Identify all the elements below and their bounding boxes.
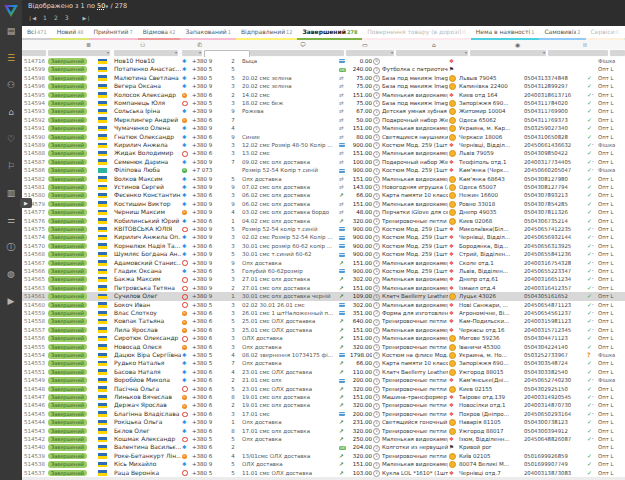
product-name[interactable]: Тренировочные петли TRX Train... bbox=[382, 410, 448, 418]
product-name[interactable]: Колготки из нервущейся ткани ... bbox=[382, 443, 448, 451]
order-row[interactable]: 514589ЗавершенийКирилич Анжела✱+380 9312… bbox=[22, 141, 625, 149]
tab-повернення-товару-в-дорозі-[interactable]: Повернення товару (в дорозі)0 bbox=[362, 26, 470, 40]
product-name[interactable]: Костюм Мод. 259 (1шт. х 900.00... bbox=[382, 267, 448, 275]
customer-name[interactable]: Гладик Оксана bbox=[114, 267, 181, 275]
customer-name[interactable]: Потапенко Анастас... bbox=[114, 65, 181, 73]
filter-cell[interactable] bbox=[548, 50, 608, 56]
tracking-number[interactable] bbox=[524, 443, 586, 451]
filter-cell[interactable]: ▾ bbox=[182, 50, 202, 56]
product-name[interactable] bbox=[382, 57, 448, 65]
tab-завершений[interactable]: Завершений278 bbox=[297, 26, 362, 40]
order-row[interactable]: 514558ЗавершенийКовпак Татьянаlc+380 652… bbox=[22, 317, 625, 325]
tracking-number[interactable]: 0504312899297 bbox=[524, 82, 586, 90]
product-name[interactable]: Клатч Baellerry Leather *1487 (1... bbox=[382, 368, 448, 376]
product-name[interactable]: Маленькая видеокамера SQ8 *... bbox=[382, 284, 448, 292]
customer-name[interactable]: Роке-Бетанкурт Лін... bbox=[114, 452, 181, 460]
tracking-number[interactable]: 20400314870730 bbox=[524, 401, 586, 409]
customer-name[interactable]: Благінна Владіслава bbox=[114, 410, 181, 418]
product-name[interactable]: Детская умная зубная щетка на... bbox=[382, 107, 448, 115]
tab-відправлений[interactable]: Відправлений12 bbox=[236, 26, 298, 40]
customer-name[interactable]: Бєлов Олег bbox=[114, 427, 181, 435]
tracking-number[interactable]: 0504306735214 bbox=[524, 217, 586, 225]
tracking-number[interactable]: 0504304471123 bbox=[524, 334, 586, 342]
customer-name[interactable]: Рудько Наталья bbox=[114, 359, 181, 367]
tracking-number[interactable]: 20400316651234 bbox=[524, 275, 586, 283]
product-name[interactable]: Тренировочные петли TRX Train... bbox=[382, 385, 448, 393]
order-row[interactable]: 514539ЗавершенийРоке-Бетанкурт Лін...lc+… bbox=[22, 452, 625, 460]
tracking-number[interactable]: 0504313374848 bbox=[524, 74, 586, 82]
customer-name[interactable]: Петровська Тетяна bbox=[114, 284, 181, 292]
tab-нема-в-наявності[interactable]: Нема в наявності1 bbox=[471, 26, 540, 40]
customer-name[interactable]: Вегера Оксана bbox=[114, 82, 181, 90]
app-logo-icon[interactable] bbox=[3, 4, 19, 18]
order-row[interactable]: 514557ЗавершенийЛила Ярославlc+380 6325.… bbox=[22, 326, 625, 334]
filter-cell[interactable]: ▾ bbox=[396, 50, 468, 56]
customer-name[interactable]: Адамовский Станис... bbox=[114, 259, 181, 267]
page-number[interactable]: 2 bbox=[54, 14, 58, 21]
broadcast-icon[interactable]: ⚐ bbox=[0, 161, 22, 171]
page-number[interactable]: 1 bbox=[43, 14, 47, 21]
product-name[interactable]: Костюм Мод. 259 (1шт. х 900.00... bbox=[382, 242, 448, 250]
customer-name[interactable]: Сольська Іріна bbox=[114, 107, 181, 115]
customer-name[interactable]: Рокіцька Ольга bbox=[114, 418, 181, 426]
order-row[interactable]: 514566ЗавершенийГладик Оксана✱+380 65Гол… bbox=[22, 267, 625, 275]
first-page-icon[interactable]: ❘◀ bbox=[28, 15, 36, 21]
tracking-number[interactable]: 0504307811326 bbox=[524, 208, 586, 216]
tracking-number[interactable]: 20450655841236 bbox=[524, 250, 586, 258]
tracking-number[interactable]: 0504308127980 bbox=[524, 175, 586, 183]
product-name[interactable]: Костюм Мод. 259 (1шт. х 900.00... bbox=[382, 250, 448, 258]
tracking-number[interactable] bbox=[524, 65, 586, 73]
tracking-number[interactable]: 0504307854285 bbox=[524, 200, 586, 208]
settings-icon[interactable]: ⚌ bbox=[0, 215, 22, 225]
order-row[interactable]: 514537ЗавершенийРаца Вероніка+380 5511.0… bbox=[22, 469, 625, 477]
product-name[interactable]: Маленькая видеокамера SQ8 *... bbox=[382, 326, 448, 334]
customer-name[interactable]: Чумаченко Олена bbox=[114, 124, 181, 132]
order-row[interactable]: 514544ЗавершенийРокіцька Ольга✱+380 91Ол… bbox=[22, 418, 625, 426]
tracking-number[interactable]: 0504311769900 bbox=[524, 107, 586, 115]
customer-name[interactable]: Бокоч Иван bbox=[114, 301, 181, 309]
customer-name[interactable]: Ковпак Татьяна bbox=[114, 317, 181, 325]
customer-name[interactable]: Пасічна Ольга bbox=[114, 385, 181, 393]
tracking-number[interactable]: 0504308127794 bbox=[524, 183, 586, 191]
customer-name[interactable]: Влас Слоткоу bbox=[114, 309, 181, 317]
stats-icon[interactable]: ▥ bbox=[0, 188, 22, 198]
order-row-selected[interactable]: 514561ЗавершенийСучилов Олег+380 9130.01… bbox=[22, 292, 625, 300]
customer-name[interactable]: Черниш Максим bbox=[114, 208, 181, 216]
product-name[interactable]: Карта памяти 10 класс - 8Гб *12... bbox=[382, 191, 448, 199]
customer-name[interactable]: Держач Ярослав bbox=[114, 401, 181, 409]
product-name[interactable]: Костюм на флисе Мод.1014 (1ш... bbox=[382, 351, 448, 359]
product-name[interactable]: Маленькая видеокамера SQ8 *... bbox=[382, 200, 448, 208]
order-row[interactable]: 514559ЗавершенийВлас Слоткоуlc+380 6326.… bbox=[22, 309, 625, 317]
customer-name[interactable]: Малютина Светлана bbox=[114, 74, 181, 82]
customer-name[interactable]: Компанець Юля bbox=[114, 99, 181, 107]
order-row[interactable]: 514568ЗавершенийШумляс Богдана Ан...✱+38… bbox=[22, 250, 625, 258]
tab-сервіси[interactable]: Сервіси0 bbox=[586, 26, 624, 40]
order-row[interactable]: 514716ЗавершенийНов10 Нов10✱+380 92Выца0… bbox=[22, 57, 625, 65]
order-row[interactable]: 514549ЗавершенийВоробйов Микола✱+380 622… bbox=[22, 376, 625, 384]
order-row[interactable]: 514574ЗавершенийКирилич Анжела Оп...✱+38… bbox=[22, 233, 625, 241]
order-row[interactable]: 514555ЗавершенийНовосад Олесяlc+380 63Ол… bbox=[22, 343, 625, 351]
video-icon[interactable]: ▶ bbox=[0, 296, 22, 306]
tracking-number[interactable]: 0504300738123 bbox=[524, 418, 586, 426]
product-name[interactable]: Форма для изготовления садов... bbox=[382, 309, 448, 317]
tracking-number[interactable]: 0503259027340 bbox=[524, 124, 586, 132]
warehouse-icon[interactable]: ⌂ bbox=[0, 107, 22, 117]
order-row[interactable]: 514598ЗавершенийМалютина Светлана✱+380 5… bbox=[22, 74, 625, 82]
tracking-number[interactable]: 20400313873083 bbox=[524, 469, 586, 477]
customer-name[interactable]: Раца Вероніка bbox=[114, 469, 181, 477]
customer-name[interactable]: Сиротюк Олександр bbox=[114, 334, 181, 342]
order-row[interactable]: 514551ЗавершенийБасова Наталя✱+380 6423.… bbox=[22, 368, 625, 376]
order-row[interactable]: 514593ЗавершенийСольська Іріна✱+380 99Ро… bbox=[22, 107, 625, 115]
order-row[interactable]: 514592ЗавершенийМерклингер Андрейlc+380 … bbox=[22, 116, 625, 124]
order-row[interactable]: 514548ЗавершенийПасічна Ольга+380 6523.0… bbox=[22, 385, 625, 393]
tracking-number[interactable]: 0501699907749 bbox=[524, 460, 586, 468]
filter-cell[interactable]: ▾ bbox=[346, 50, 394, 56]
globe-icon[interactable]: ◍ bbox=[0, 269, 22, 279]
order-row[interactable]: 514591ЗавершенийЧумаченко Олена✱+380 94⇄… bbox=[22, 124, 625, 132]
order-row[interactable]: 514587ЗавершенийСеменюк Дарина✱+380 9709… bbox=[22, 158, 625, 166]
tracking-number[interactable]: 20450654561237 bbox=[524, 309, 586, 317]
customer-name[interactable]: Костишин Виктор bbox=[114, 200, 181, 208]
product-name[interactable]: Маленькая видеокамера SQ8 *... bbox=[382, 175, 448, 183]
product-name[interactable]: База под макияж Images 24 Car... bbox=[382, 74, 448, 82]
collapse-panel-button[interactable]: ▶ bbox=[20, 198, 32, 208]
